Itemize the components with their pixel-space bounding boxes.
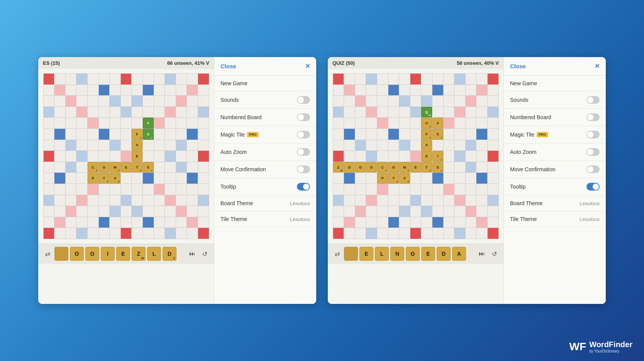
board-theme-value-2: Lexulous bbox=[580, 201, 600, 206]
rack-tile-blank-1[interactable] bbox=[54, 247, 68, 261]
board-grid-2: Q10U1AF4S1AEI1Z10DOOC3OM3ET1S1PY4X8 bbox=[333, 73, 499, 239]
board-header-2: QUIZ (50) 58 unseen, 40% V bbox=[328, 57, 503, 69]
rack-tile-G2[interactable]: G bbox=[406, 247, 420, 261]
sounds-toggle-2[interactable] bbox=[586, 96, 600, 104]
rack-tile-E1[interactable]: E bbox=[116, 247, 130, 261]
auto-zoom-toggle-1[interactable] bbox=[297, 148, 310, 156]
magic-tile-toggle-2[interactable] bbox=[586, 131, 600, 138]
tooltip-toggle-2[interactable] bbox=[586, 183, 600, 191]
rack-tile-Z[interactable]: Z10 bbox=[132, 247, 146, 261]
tile-theme-value-2: Lexulous bbox=[580, 216, 600, 222]
numbered-toggle-2[interactable] bbox=[586, 113, 600, 121]
next-icon-2[interactable]: ⏭ bbox=[476, 248, 487, 259]
close-button-2[interactable]: Close bbox=[510, 63, 526, 69]
rack-tile-I[interactable]: I bbox=[101, 247, 115, 261]
rack-tile-D2[interactable]: D bbox=[437, 247, 451, 261]
next-icon[interactable]: ⏭ bbox=[187, 248, 198, 259]
shuffle-icon[interactable]: ⇄ bbox=[42, 248, 53, 259]
board-theme-item-1[interactable]: Board Theme Lexulous bbox=[214, 196, 316, 211]
tooltip-toggle-1[interactable] bbox=[297, 183, 310, 191]
settings-panel-1: Close ✕ New Game Sounds Numbered Board M… bbox=[214, 57, 316, 304]
main-container: ES (15) 66 unseen, 41% V AF4S1AEC3OM3ET1… bbox=[38, 57, 606, 304]
settings-header-2: Close ✕ bbox=[504, 57, 606, 76]
board-section-2: QUIZ (50) 58 unseen, 40% V Q10U1AF4S1AEI… bbox=[328, 57, 503, 304]
pro-badge-1: PRO bbox=[247, 132, 259, 137]
close-x-2[interactable]: ✕ bbox=[595, 62, 600, 70]
auto-zoom-item-1[interactable]: Auto Zoom bbox=[214, 143, 316, 161]
numbered-board-item-2[interactable]: Numbered Board bbox=[504, 109, 606, 126]
rack-tile-blank-2[interactable] bbox=[344, 247, 358, 261]
close-button-1[interactable]: Close bbox=[220, 63, 236, 69]
game-panel-2: QUIZ (50) 58 unseen, 40% V Q10U1AF4S1AEI… bbox=[328, 57, 606, 304]
tooltip-item-1[interactable]: Tooltip bbox=[214, 178, 316, 196]
refresh-icon[interactable]: ↺ bbox=[199, 248, 210, 259]
auto-zoom-toggle-2[interactable] bbox=[586, 148, 600, 156]
board-grid-1: AF4S1AEC3OM3ET1S1PY4X8 bbox=[43, 73, 209, 239]
move-confirm-item-2[interactable]: Move Confirmation bbox=[504, 161, 606, 178]
wf-logo-icon: WF bbox=[569, 341, 586, 353]
rack-tile-D[interactable]: D2 bbox=[163, 247, 176, 261]
rack-tile-E3[interactable]: E bbox=[421, 247, 435, 261]
board-footer-1: ⇄ O O I E Z10 L D2 ⏭ ↺ bbox=[38, 243, 214, 264]
new-game-item-1[interactable]: New Game bbox=[214, 76, 316, 91]
board-header-1: ES (15) 66 unseen, 41% V bbox=[38, 57, 214, 69]
rack-tile-E2[interactable]: E bbox=[359, 247, 373, 261]
tile-theme-item-2[interactable]: Tile Theme Lexulous bbox=[504, 211, 606, 227]
settings-panel-2: Close ✕ New Game Sounds Numbered Board M… bbox=[503, 57, 606, 304]
new-game-item-2[interactable]: New Game bbox=[504, 76, 606, 91]
player-name-1: ES (15) bbox=[43, 60, 60, 66]
numbered-toggle-1[interactable] bbox=[297, 113, 310, 121]
game-panel-1: ES (15) 66 unseen, 41% V AF4S1AEC3OM3ET1… bbox=[38, 57, 316, 304]
tooltip-item-2[interactable]: Tooltip bbox=[504, 178, 606, 196]
refresh-icon-2[interactable]: ↺ bbox=[489, 248, 500, 259]
rack-tile-L2[interactable]: L bbox=[375, 247, 389, 261]
move-confirm-item-1[interactable]: Move Confirmation bbox=[214, 161, 316, 178]
wf-logo-text: WordFinder by YourDictionary bbox=[589, 340, 632, 353]
magic-tile-item-1[interactable]: Magic Tile PRO bbox=[214, 126, 316, 143]
rack-tile-N2[interactable]: N bbox=[390, 247, 404, 261]
wf-brand: WordFinder bbox=[589, 340, 632, 349]
wf-sub: by YourDictionary bbox=[589, 349, 632, 353]
sounds-toggle-1[interactable] bbox=[297, 96, 310, 104]
board-section-1: ES (15) 66 unseen, 41% V AF4S1AEC3OM3ET1… bbox=[38, 57, 214, 304]
move-confirm-toggle-2[interactable] bbox=[586, 165, 600, 173]
magic-tile-toggle-1[interactable] bbox=[297, 131, 310, 138]
board-theme-value-1: Lexulous bbox=[290, 201, 310, 206]
rack-tile-L[interactable]: L bbox=[147, 247, 161, 261]
numbered-board-item-1[interactable]: Numbered Board bbox=[214, 109, 316, 126]
player-name-2: QUIZ (50) bbox=[332, 60, 355, 66]
settings-header-1: Close ✕ bbox=[214, 57, 316, 76]
rack-tile-O1[interactable]: O bbox=[70, 247, 84, 261]
auto-zoom-item-2[interactable]: Auto Zoom bbox=[504, 143, 606, 161]
tile-theme-value-1: Lexulous bbox=[290, 216, 310, 222]
rack-tile-O2[interactable]: O bbox=[85, 247, 99, 261]
pro-badge-2: PRO bbox=[537, 132, 548, 137]
tile-theme-item-1[interactable]: Tile Theme Lexulous bbox=[214, 211, 316, 227]
magic-tile-item-2[interactable]: Magic Tile PRO bbox=[504, 126, 606, 143]
board-footer-2: ⇄ E L N G E D A ⏭ ↺ bbox=[328, 243, 503, 264]
sounds-item-1[interactable]: Sounds bbox=[214, 91, 316, 109]
unseen-count-2: 58 unseen, 40% V bbox=[457, 60, 499, 66]
unseen-count-1: 66 unseen, 41% V bbox=[167, 60, 209, 66]
rack-tile-A2[interactable]: A bbox=[452, 247, 466, 261]
board-theme-item-2[interactable]: Board Theme Lexulous bbox=[504, 196, 606, 211]
move-confirm-toggle-1[interactable] bbox=[297, 165, 310, 173]
sounds-item-2[interactable]: Sounds bbox=[504, 91, 606, 109]
wf-logo: WF WordFinder by YourDictionary bbox=[569, 340, 632, 353]
close-x-1[interactable]: ✕ bbox=[305, 62, 310, 70]
shuffle-icon-2[interactable]: ⇄ bbox=[332, 248, 342, 259]
